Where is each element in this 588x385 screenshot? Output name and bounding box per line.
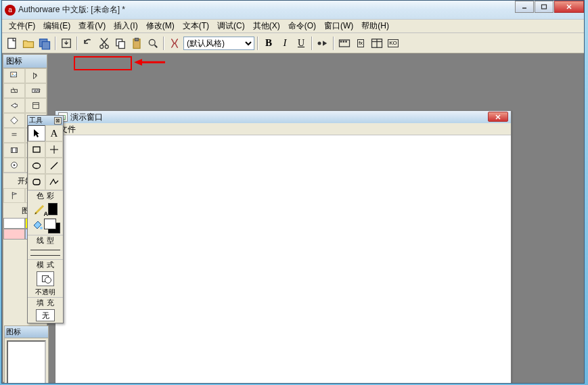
paste-icon[interactable] — [129, 36, 144, 51]
color-pink[interactable] — [3, 229, 25, 240]
diagonal-line-tool[interactable] — [45, 158, 63, 174]
svg-marker-35 — [12, 104, 18, 108]
menu-command[interactable]: 命令(O) — [284, 19, 320, 33]
display-icon[interactable] — [3, 68, 25, 83]
svg-line-17 — [155, 45, 158, 47]
rectangle-tool[interactable] — [28, 141, 45, 158]
text-tool[interactable]: A — [45, 125, 63, 141]
erase-icon[interactable] — [3, 83, 25, 98]
copy-icon[interactable] — [113, 36, 128, 51]
menu-other[interactable]: 其他(X) — [249, 19, 284, 33]
bottom-palette: 图标 — [4, 325, 49, 383]
functions-icon[interactable]: fx — [353, 36, 368, 51]
svg-marker-58 — [34, 129, 39, 137]
toolbar-separator — [76, 37, 78, 50]
new-icon[interactable] — [5, 36, 20, 51]
mode-section-label: 模 式 — [28, 259, 63, 270]
menu-window[interactable]: 窗口(W) — [320, 19, 357, 33]
dvd-icon[interactable] — [3, 158, 25, 173]
import-icon[interactable] — [59, 36, 74, 51]
motion-icon[interactable]: ? — [25, 68, 47, 83]
style-select[interactable]: (默认风格) — [183, 37, 254, 50]
fg-bg-color-swatch[interactable] — [44, 219, 60, 233]
svg-text:?: ? — [34, 73, 37, 78]
bold-button[interactable]: B — [261, 36, 276, 51]
svg-marker-38 — [11, 117, 18, 124]
line-style-thin[interactable] — [30, 247, 60, 252]
run-icon[interactable] — [315, 36, 330, 51]
fill-section-label: 填 充 — [28, 297, 63, 308]
menu-view[interactable]: 查看(V) — [74, 19, 110, 33]
svg-line-32 — [13, 88, 16, 93]
menu-help[interactable]: 帮助(H) — [357, 19, 393, 33]
svg-line-10 — [101, 38, 108, 45]
icons-palette-title: 图标 — [3, 55, 47, 68]
presentation-canvas[interactable] — [55, 135, 511, 383]
text-color-black[interactable] — [48, 203, 58, 215]
svg-rect-13 — [119, 41, 125, 48]
line-tool[interactable] — [45, 141, 63, 158]
find-icon[interactable] — [145, 36, 160, 51]
italic-button[interactable]: I — [277, 36, 292, 51]
underline-button[interactable]: U — [294, 36, 309, 51]
svg-rect-22 — [343, 41, 345, 43]
line-style-thin-2[interactable] — [30, 252, 60, 258]
menu-text[interactable]: 文本(T) — [179, 19, 213, 33]
digital-movie-icon[interactable] — [3, 143, 25, 158]
undo-icon[interactable] — [81, 36, 95, 51]
svg-point-67 — [40, 227, 43, 229]
calculation-icon[interactable] — [3, 128, 25, 143]
svg-point-49 — [14, 164, 16, 166]
menu-insert[interactable]: 插入(I) — [110, 19, 141, 33]
tools-title-text: 工具 — [29, 116, 43, 125]
control-panel-icon[interactable] — [337, 36, 352, 51]
decision-icon[interactable] — [3, 113, 25, 128]
ko-button[interactable]: KO — [386, 36, 401, 51]
minimize-button[interactable] — [515, 1, 534, 13]
menu-debug[interactable]: 调试(C) — [213, 19, 249, 33]
script-icon[interactable] — [167, 36, 182, 51]
svg-rect-23 — [345, 41, 347, 43]
polygon-tool[interactable] — [45, 174, 63, 190]
navigate-icon[interactable] — [3, 98, 25, 113]
framework-icon[interactable] — [25, 98, 47, 113]
title-text: Authorware 中文版: [未命名] * — [18, 4, 581, 16]
svg-point-62 — [33, 163, 41, 168]
presentation-window: ◧ 演示窗口 文件 — [55, 110, 512, 383]
menu-modify[interactable]: 修改(M) — [142, 19, 179, 33]
presentation-close-button[interactable] — [488, 112, 508, 122]
start-flag-icon[interactable] — [3, 188, 25, 203]
wait-icon[interactable]: WAIT — [25, 83, 47, 98]
maximize-button[interactable] — [535, 1, 553, 13]
app-icon: a — [5, 5, 16, 16]
menu-edit[interactable]: 编辑(E) — [39, 19, 74, 33]
svg-point-8 — [100, 45, 104, 48]
save-all-icon[interactable] — [37, 36, 52, 51]
svg-rect-46 — [12, 148, 13, 153]
tools-close-button[interactable]: ⊠ — [54, 117, 62, 124]
svg-rect-21 — [340, 41, 342, 43]
bottom-palette-title: 图标 — [5, 326, 48, 338]
toolbar: (默认风格) B I U fx KO — [2, 33, 584, 53]
pointer-tool[interactable] — [28, 125, 45, 141]
svg-text:WAIT: WAIT — [34, 89, 41, 93]
close-button[interactable] — [554, 1, 584, 13]
variables-icon[interactable] — [369, 36, 384, 51]
rounded-rect-tool[interactable] — [28, 174, 45, 190]
fill-bucket-icon[interactable] — [30, 219, 44, 233]
color-section-label: 色 彩 — [28, 190, 63, 201]
presentation-window-titlebar[interactable]: ◧ 演示窗口 — [55, 111, 511, 123]
presentation-window-menubar: 文件 — [55, 123, 511, 135]
fill-preview[interactable]: 无 — [36, 309, 55, 321]
color-white[interactable] — [3, 218, 25, 229]
tools-window[interactable]: 工具 ⊠ A 色 彩 A 线 型 模 式 不透明 填 充 无 — [27, 115, 64, 323]
tools-window-titlebar[interactable]: 工具 ⊠ — [28, 116, 63, 125]
mode-preview[interactable] — [37, 271, 54, 286]
pen-color[interactable]: A — [33, 202, 47, 216]
toolbar-separator — [257, 37, 258, 50]
open-icon[interactable] — [21, 36, 36, 51]
svg-line-65 — [35, 206, 43, 214]
ellipse-tool[interactable] — [28, 158, 45, 174]
menu-file[interactable]: 文件(F) — [5, 19, 39, 33]
cut-icon[interactable] — [97, 36, 112, 51]
